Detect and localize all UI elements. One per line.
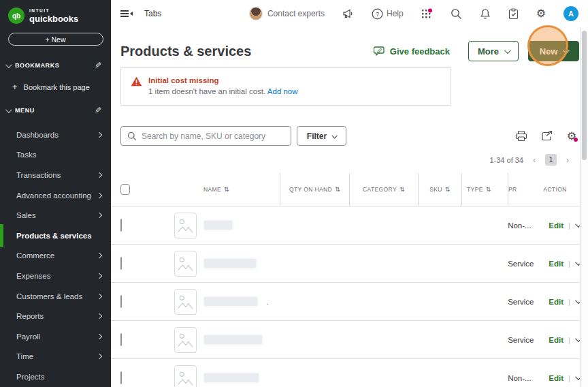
row-action-cell: Edit|	[549, 260, 580, 268]
bookmark-this-page[interactable]: + Bookmark this page	[0, 82, 111, 92]
search-box[interactable]	[120, 126, 291, 146]
name-suffix: .	[266, 298, 268, 306]
notifications-bell-icon[interactable]	[480, 8, 491, 20]
bookmarks-section-header[interactable]: BOOKMARKS ✎	[0, 61, 111, 70]
next-page-arrow[interactable]: ›	[564, 155, 572, 165]
menu-section-header[interactable]: MENU ✎	[0, 106, 111, 115]
sidebar-item-time[interactable]: Time	[0, 347, 111, 367]
collapse-arrow-icon	[130, 12, 133, 16]
row-checkbox[interactable]	[120, 371, 122, 384]
print-icon[interactable]	[515, 130, 527, 142]
add-now-link[interactable]: Add now	[267, 87, 298, 95]
sidebar-item-products-services[interactable]: Products & services	[0, 226, 111, 246]
more-button[interactable]: More	[468, 41, 519, 61]
sidebar-item-label: Time	[16, 352, 97, 360]
sidebar-item-commerce[interactable]: Commerce	[0, 246, 111, 266]
alert-message: 1 item doesn't have an initial cost.	[148, 87, 265, 95]
give-feedback-button[interactable]: Give feedback	[374, 46, 450, 57]
megaphone-icon[interactable]	[342, 8, 354, 19]
column-label: CATEGORY	[363, 186, 397, 193]
chevron-right-icon	[97, 192, 102, 198]
column-header-type[interactable]: TYPE⇅	[462, 173, 508, 206]
row-type-cell: Service	[503, 336, 549, 344]
sort-icon[interactable]: ⇅	[224, 186, 229, 193]
table-settings-gear-icon[interactable]: ⚙	[567, 131, 576, 142]
sidebar-item-dashboards[interactable]: Dashboards	[0, 125, 111, 145]
new-button[interactable]: New	[528, 41, 579, 61]
select-all-checkbox[interactable]	[120, 184, 130, 195]
menu-label: MENU	[15, 107, 95, 114]
action-separator: |	[568, 260, 570, 268]
tabs-label[interactable]: Tabs	[144, 9, 161, 18]
search-icon	[127, 131, 137, 141]
column-header-sku[interactable]: SKU⇅	[419, 173, 462, 206]
search-icon[interactable]	[451, 8, 462, 20]
sidebar-item-reports[interactable]: Reports	[0, 306, 111, 326]
edit-link[interactable]: Edit	[549, 374, 564, 382]
row-select-cell	[111, 372, 152, 384]
expert-avatar	[249, 7, 263, 20]
sidebar: qb INTUIT quickbooks + New BOOKMARKS ✎ +…	[0, 0, 111, 387]
sidebar-new-button[interactable]: + New	[8, 33, 103, 46]
row-action-cell: Edit|	[549, 221, 580, 230]
qb-logo-icon: qb	[8, 7, 24, 24]
edit-link[interactable]: Edit	[549, 260, 564, 268]
apps-grid-icon[interactable]	[421, 8, 433, 19]
edit-link[interactable]: Edit	[549, 298, 564, 306]
user-avatar[interactable]: A	[564, 6, 578, 21]
column-header-pr[interactable]: PR	[508, 173, 530, 206]
sidebar-item-payroll[interactable]: Payroll	[0, 326, 111, 347]
filter-button[interactable]: Filter	[297, 126, 346, 146]
help-button[interactable]: ? Help	[372, 8, 404, 20]
quickbooks-logo: qb INTUIT quickbooks	[0, 0, 111, 24]
redacted-product-name	[204, 259, 256, 268]
chevron-right-icon	[97, 132, 102, 138]
column-header-action[interactable]: ACTION	[530, 173, 580, 206]
export-icon[interactable]	[541, 130, 553, 142]
sidebar-item-label: Advanced accounting	[16, 191, 97, 200]
sidebar-item-customers-leads[interactable]: Customers & leads	[0, 286, 111, 307]
previous-page-arrow[interactable]: ‹	[530, 155, 538, 165]
initial-cost-alert: Initial cost missing 1 item doesn't have…	[120, 67, 451, 106]
vertical-scrollbar[interactable]	[580, 27, 588, 387]
current-page-button[interactable]: 1	[545, 154, 557, 166]
tasks-clipboard-icon[interactable]	[508, 8, 519, 20]
row-select-cell	[111, 334, 152, 346]
row-name-cell	[152, 327, 278, 353]
sort-icon[interactable]: ⇅	[399, 186, 405, 193]
row-checkbox[interactable]	[120, 219, 122, 232]
sidebar-item-projects[interactable]: Projects	[0, 367, 111, 387]
chevron-right-icon	[97, 354, 102, 359]
sidebar-item-advanced-accounting[interactable]: Advanced accounting	[0, 185, 111, 206]
row-action-cell: Edit|	[549, 374, 580, 382]
edit-pencil-icon[interactable]: ✎	[95, 61, 101, 70]
sort-icon[interactable]: ⇅	[335, 186, 340, 193]
search-input[interactable]	[142, 131, 284, 141]
row-checkbox[interactable]	[120, 295, 122, 308]
sidebar-item-tasks[interactable]: Tasks	[0, 145, 111, 166]
edit-pencil-icon[interactable]: ✎	[95, 106, 101, 115]
sort-icon[interactable]: ⇅	[486, 186, 491, 193]
sidebar-item-transactions[interactable]: Transactions	[0, 165, 111, 185]
sort-icon[interactable]: ⇅	[445, 186, 451, 193]
chevron-down-icon	[5, 106, 12, 113]
chevron-right-icon	[97, 313, 102, 319]
scrollbar-thumb[interactable]	[582, 31, 587, 160]
column-header-name[interactable]: NAME⇅	[153, 173, 280, 206]
sidebar-item-sales[interactable]: Sales	[0, 205, 111, 226]
redacted-product-name	[204, 221, 232, 230]
sidebar-item-label: Products & services	[16, 232, 101, 240]
settings-gear-icon[interactable]: ⚙	[536, 8, 546, 19]
edit-link[interactable]: Edit	[549, 336, 564, 344]
main-area: Tabs Contact experts ?	[111, 0, 588, 387]
edit-link[interactable]: Edit	[549, 221, 564, 230]
collapse-sidebar-icon[interactable]	[120, 10, 133, 17]
column-header-category[interactable]: CATEGORY⇅	[350, 173, 419, 206]
row-select-cell	[111, 296, 152, 308]
row-checkbox[interactable]	[120, 257, 122, 270]
row-checkbox[interactable]	[120, 333, 122, 346]
bookmarks-label: BOOKMARKS	[15, 62, 95, 69]
contact-experts-button[interactable]: Contact experts	[249, 7, 325, 20]
column-header-qty[interactable]: QTY ON HAND⇅	[280, 173, 350, 206]
sidebar-item-expenses[interactable]: Expenses	[0, 266, 111, 286]
